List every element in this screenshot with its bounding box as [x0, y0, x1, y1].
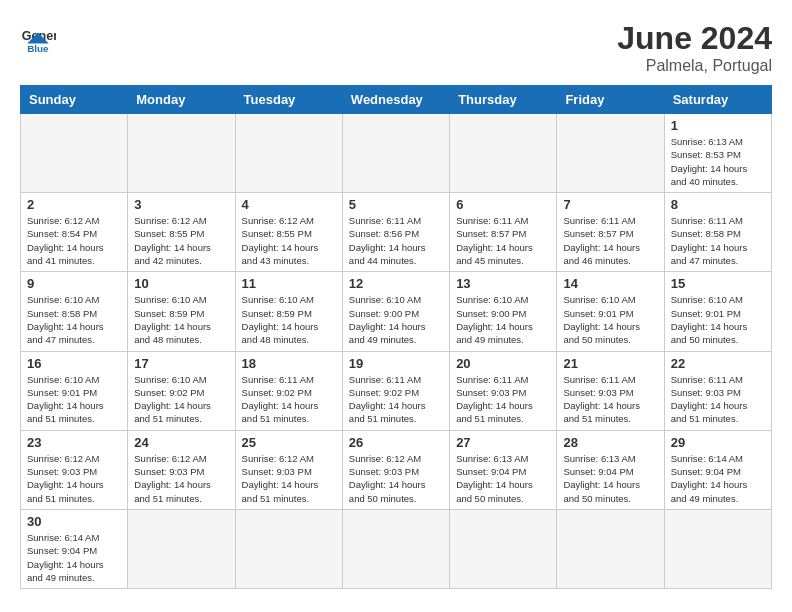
- day-number: 16: [27, 356, 121, 371]
- day-info: Sunrise: 6:11 AM Sunset: 9:03 PM Dayligh…: [456, 373, 550, 426]
- calendar-day-cell: [342, 114, 449, 193]
- calendar-week-row: 16Sunrise: 6:10 AM Sunset: 9:01 PM Dayli…: [21, 351, 772, 430]
- calendar-week-row: 9Sunrise: 6:10 AM Sunset: 8:58 PM Daylig…: [21, 272, 772, 351]
- day-number: 10: [134, 276, 228, 291]
- day-number: 3: [134, 197, 228, 212]
- calendar-day-cell: 9Sunrise: 6:10 AM Sunset: 8:58 PM Daylig…: [21, 272, 128, 351]
- calendar-day-cell: 29Sunrise: 6:14 AM Sunset: 9:04 PM Dayli…: [664, 430, 771, 509]
- calendar-day-header: Wednesday: [342, 86, 449, 114]
- day-number: 21: [563, 356, 657, 371]
- calendar-day-cell: 22Sunrise: 6:11 AM Sunset: 9:03 PM Dayli…: [664, 351, 771, 430]
- day-info: Sunrise: 6:10 AM Sunset: 8:59 PM Dayligh…: [134, 293, 228, 346]
- day-number: 1: [671, 118, 765, 133]
- day-info: Sunrise: 6:12 AM Sunset: 9:03 PM Dayligh…: [349, 452, 443, 505]
- calendar-day-cell: 11Sunrise: 6:10 AM Sunset: 8:59 PM Dayli…: [235, 272, 342, 351]
- day-number: 6: [456, 197, 550, 212]
- day-number: 23: [27, 435, 121, 450]
- calendar-day-cell: 10Sunrise: 6:10 AM Sunset: 8:59 PM Dayli…: [128, 272, 235, 351]
- calendar-table: SundayMondayTuesdayWednesdayThursdayFrid…: [20, 85, 772, 589]
- day-info: Sunrise: 6:12 AM Sunset: 8:55 PM Dayligh…: [242, 214, 336, 267]
- calendar-day-cell: 17Sunrise: 6:10 AM Sunset: 9:02 PM Dayli…: [128, 351, 235, 430]
- day-number: 19: [349, 356, 443, 371]
- page-header: General Blue June 2024 Palmela, Portugal: [20, 20, 772, 75]
- day-number: 30: [27, 514, 121, 529]
- calendar-day-cell: 19Sunrise: 6:11 AM Sunset: 9:02 PM Dayli…: [342, 351, 449, 430]
- calendar-week-row: 23Sunrise: 6:12 AM Sunset: 9:03 PM Dayli…: [21, 430, 772, 509]
- calendar-day-cell: 26Sunrise: 6:12 AM Sunset: 9:03 PM Dayli…: [342, 430, 449, 509]
- calendar-day-cell: [342, 509, 449, 588]
- day-info: Sunrise: 6:10 AM Sunset: 9:01 PM Dayligh…: [671, 293, 765, 346]
- day-info: Sunrise: 6:14 AM Sunset: 9:04 PM Dayligh…: [671, 452, 765, 505]
- calendar-day-cell: 24Sunrise: 6:12 AM Sunset: 9:03 PM Dayli…: [128, 430, 235, 509]
- calendar-week-row: 30Sunrise: 6:14 AM Sunset: 9:04 PM Dayli…: [21, 509, 772, 588]
- day-number: 25: [242, 435, 336, 450]
- day-number: 29: [671, 435, 765, 450]
- day-number: 4: [242, 197, 336, 212]
- calendar-day-header: Tuesday: [235, 86, 342, 114]
- calendar-day-cell: 18Sunrise: 6:11 AM Sunset: 9:02 PM Dayli…: [235, 351, 342, 430]
- calendar-week-row: 2Sunrise: 6:12 AM Sunset: 8:54 PM Daylig…: [21, 193, 772, 272]
- day-number: 26: [349, 435, 443, 450]
- calendar-day-header: Thursday: [450, 86, 557, 114]
- calendar-day-header: Monday: [128, 86, 235, 114]
- day-number: 12: [349, 276, 443, 291]
- day-info: Sunrise: 6:12 AM Sunset: 9:03 PM Dayligh…: [27, 452, 121, 505]
- day-info: Sunrise: 6:10 AM Sunset: 8:58 PM Dayligh…: [27, 293, 121, 346]
- day-info: Sunrise: 6:13 AM Sunset: 9:04 PM Dayligh…: [456, 452, 550, 505]
- day-number: 7: [563, 197, 657, 212]
- day-info: Sunrise: 6:12 AM Sunset: 8:55 PM Dayligh…: [134, 214, 228, 267]
- calendar-day-cell: 25Sunrise: 6:12 AM Sunset: 9:03 PM Dayli…: [235, 430, 342, 509]
- day-info: Sunrise: 6:10 AM Sunset: 9:00 PM Dayligh…: [456, 293, 550, 346]
- calendar-day-cell: [450, 114, 557, 193]
- calendar-day-cell: 12Sunrise: 6:10 AM Sunset: 9:00 PM Dayli…: [342, 272, 449, 351]
- day-number: 27: [456, 435, 550, 450]
- day-info: Sunrise: 6:11 AM Sunset: 8:57 PM Dayligh…: [563, 214, 657, 267]
- day-number: 8: [671, 197, 765, 212]
- calendar-day-cell: [128, 509, 235, 588]
- calendar-day-header: Friday: [557, 86, 664, 114]
- month-year-title: June 2024: [617, 20, 772, 57]
- calendar-day-cell: 1Sunrise: 6:13 AM Sunset: 8:53 PM Daylig…: [664, 114, 771, 193]
- day-info: Sunrise: 6:12 AM Sunset: 9:03 PM Dayligh…: [242, 452, 336, 505]
- day-info: Sunrise: 6:11 AM Sunset: 9:03 PM Dayligh…: [563, 373, 657, 426]
- calendar-day-header: Sunday: [21, 86, 128, 114]
- calendar-day-cell: 4Sunrise: 6:12 AM Sunset: 8:55 PM Daylig…: [235, 193, 342, 272]
- day-info: Sunrise: 6:10 AM Sunset: 9:01 PM Dayligh…: [563, 293, 657, 346]
- day-info: Sunrise: 6:10 AM Sunset: 9:00 PM Dayligh…: [349, 293, 443, 346]
- day-info: Sunrise: 6:12 AM Sunset: 8:54 PM Dayligh…: [27, 214, 121, 267]
- day-info: Sunrise: 6:14 AM Sunset: 9:04 PM Dayligh…: [27, 531, 121, 584]
- calendar-day-cell: 14Sunrise: 6:10 AM Sunset: 9:01 PM Dayli…: [557, 272, 664, 351]
- calendar-day-cell: 8Sunrise: 6:11 AM Sunset: 8:58 PM Daylig…: [664, 193, 771, 272]
- calendar-day-cell: 15Sunrise: 6:10 AM Sunset: 9:01 PM Dayli…: [664, 272, 771, 351]
- day-info: Sunrise: 6:12 AM Sunset: 9:03 PM Dayligh…: [134, 452, 228, 505]
- calendar-day-cell: 3Sunrise: 6:12 AM Sunset: 8:55 PM Daylig…: [128, 193, 235, 272]
- calendar-day-cell: [450, 509, 557, 588]
- day-number: 18: [242, 356, 336, 371]
- day-number: 11: [242, 276, 336, 291]
- calendar-day-cell: 20Sunrise: 6:11 AM Sunset: 9:03 PM Dayli…: [450, 351, 557, 430]
- calendar-day-cell: [235, 509, 342, 588]
- day-number: 24: [134, 435, 228, 450]
- day-info: Sunrise: 6:11 AM Sunset: 9:03 PM Dayligh…: [671, 373, 765, 426]
- day-number: 9: [27, 276, 121, 291]
- day-number: 14: [563, 276, 657, 291]
- calendar-day-header: Saturday: [664, 86, 771, 114]
- calendar-day-cell: 28Sunrise: 6:13 AM Sunset: 9:04 PM Dayli…: [557, 430, 664, 509]
- day-info: Sunrise: 6:10 AM Sunset: 8:59 PM Dayligh…: [242, 293, 336, 346]
- day-info: Sunrise: 6:10 AM Sunset: 9:01 PM Dayligh…: [27, 373, 121, 426]
- day-number: 17: [134, 356, 228, 371]
- calendar-day-cell: 2Sunrise: 6:12 AM Sunset: 8:54 PM Daylig…: [21, 193, 128, 272]
- calendar-day-cell: 30Sunrise: 6:14 AM Sunset: 9:04 PM Dayli…: [21, 509, 128, 588]
- day-info: Sunrise: 6:11 AM Sunset: 9:02 PM Dayligh…: [242, 373, 336, 426]
- day-number: 28: [563, 435, 657, 450]
- calendar-day-cell: 13Sunrise: 6:10 AM Sunset: 9:00 PM Dayli…: [450, 272, 557, 351]
- day-number: 15: [671, 276, 765, 291]
- day-number: 20: [456, 356, 550, 371]
- title-block: June 2024 Palmela, Portugal: [617, 20, 772, 75]
- day-info: Sunrise: 6:11 AM Sunset: 9:02 PM Dayligh…: [349, 373, 443, 426]
- calendar-day-cell: [21, 114, 128, 193]
- logo-icon: General Blue: [20, 20, 56, 56]
- calendar-day-cell: [557, 509, 664, 588]
- day-info: Sunrise: 6:13 AM Sunset: 8:53 PM Dayligh…: [671, 135, 765, 188]
- calendar-day-cell: [235, 114, 342, 193]
